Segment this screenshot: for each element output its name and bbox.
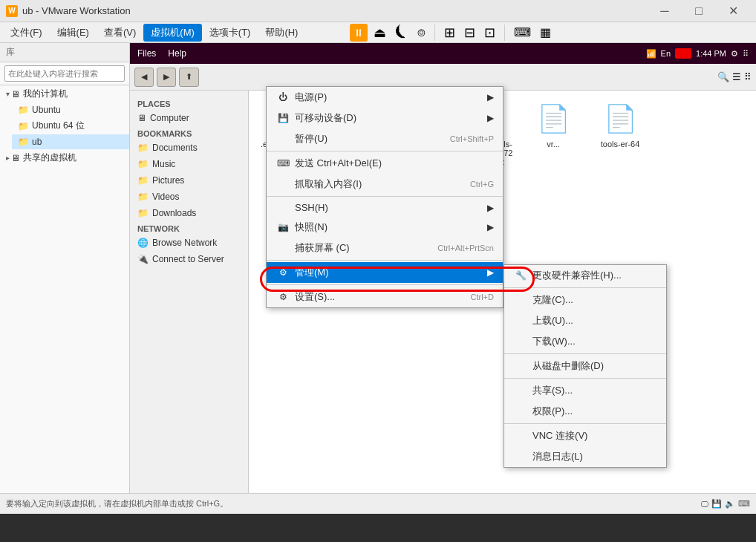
network-icon: 🌐 — [137, 238, 149, 248]
titlebar: W ub - VMware Workstation ─ □ ✕ — [0, 0, 756, 22]
menu-tab[interactable]: 选项卡(T) — [202, 24, 258, 42]
menu-icon[interactable]: ☰ — [732, 71, 741, 82]
submenu-upload[interactable]: 上载(U)... — [504, 310, 666, 331]
statusbar-right: 🖵 💾 🔈 ⌨ — [700, 499, 750, 509]
close-button[interactable]: ✕ — [716, 0, 750, 22]
arrow-icon: ▶ — [487, 267, 494, 278]
fm-file-5[interactable]: 📄 tools-er-64 — [590, 98, 650, 169]
shortcut-label: Ctrl+Alt+PrtScn — [437, 244, 494, 252]
keyboard-icon: ⌨ — [276, 158, 290, 169]
expand-icon: ▾ — [6, 90, 10, 98]
toolbar-icon-3[interactable]: ⌾ — [414, 23, 428, 42]
server-icon: 🔌 — [137, 254, 149, 264]
tree-item-my-computer[interactable]: ▾ 🖥 我的计算机 — [0, 85, 129, 102]
lang-indicator: En — [661, 49, 671, 58]
arrow-icon: ▶ — [487, 113, 494, 123]
tree-label: Ubuntu 64 位 — [32, 120, 85, 132]
submenu-share[interactable]: 共享(S)... — [504, 380, 666, 401]
submenu-clone[interactable]: 克隆(C)... — [504, 290, 666, 310]
menu-power[interactable]: ⏻ 电源(P) ▶ — [267, 87, 503, 108]
expand-icon: ▸ — [6, 154, 10, 162]
menu-capture-screen[interactable]: 捕获屏幕 (C) Ctrl+Alt+PrtScn — [267, 238, 503, 258]
computer-icon: 🖥 — [11, 153, 20, 163]
separator — [267, 196, 503, 197]
settings-icon[interactable]: ⚙ — [731, 49, 738, 59]
vm-search-input[interactable] — [4, 65, 125, 82]
maximize-button[interactable]: □ — [682, 0, 716, 22]
ubuntu-topbar-right: 📶 En 1:44 PM ⚙ ⠿ — [646, 48, 749, 59]
menu-vm[interactable]: 虚拟机(M) — [143, 24, 202, 42]
menu-help[interactable]: 帮助(H) — [258, 24, 305, 42]
tree-item-ubuntu[interactable]: 📁 Ubuntu — [12, 102, 129, 117]
fm-sidebar-connect-server[interactable]: 🔌 Connect to Server — [130, 251, 248, 267]
device-icon: 💾 — [276, 113, 290, 123]
search-icon: 🔍 — [717, 71, 729, 82]
tool-icon: 🔧 — [513, 270, 528, 281]
file-label: vr... — [547, 140, 560, 148]
menu-settings[interactable]: ⚙ 设置(S)... Ctrl+D — [267, 287, 503, 307]
ubuntu-help-menu[interactable]: Help — [168, 48, 186, 59]
folder-icon: 📁 — [137, 159, 149, 169]
menu-edit[interactable]: 编辑(E) — [50, 24, 97, 42]
toolbar-icon-8[interactable]: ▦ — [537, 24, 554, 41]
fm-sidebar-pictures[interactable]: 📁 Pictures — [130, 172, 248, 189]
apps-grid-icon[interactable]: ⠿ — [744, 71, 752, 82]
folder-icon: 📁 — [137, 192, 149, 202]
menu-ctrl-alt-del[interactable]: ⌨ 发送 Ctrl+Alt+Del(E) — [267, 153, 503, 174]
app-icon: W — [6, 5, 18, 17]
submenu-hardware-compat[interactable]: 🔧 更改硬件兼容性(H)... — [504, 265, 666, 286]
folder-icon: 📁 — [137, 175, 149, 186]
submenu-delete-disk[interactable]: 从磁盘中删除(D) — [504, 356, 666, 376]
shortcut-label: Ctrl+G — [470, 180, 494, 189]
main-layout: 库 ▾ 🖥 我的计算机 📁 Ubuntu 📁 Ubuntu 64 位 📁 ub … — [0, 43, 756, 493]
manage-icon: ⚙ — [276, 267, 290, 278]
fm-sidebar-music[interactable]: 📁 Music — [130, 156, 248, 172]
menu-grab-input[interactable]: 抓取输入内容(I) Ctrl+G — [267, 174, 503, 195]
tree-item-ubuntu64[interactable]: 📁 Ubuntu 64 位 — [12, 117, 129, 134]
submenu-log[interactable]: 消息日志(L) — [504, 446, 666, 467]
pause-button[interactable]: ⏸ — [350, 24, 368, 42]
vm-search-container — [0, 62, 129, 85]
menu-removable[interactable]: 💾 可移动设备(D) ▶ — [267, 108, 503, 128]
toolbar-icon-7[interactable]: ⌨ — [511, 24, 534, 41]
menu-ssh[interactable]: SSH(H) ▶ — [267, 198, 503, 217]
fm-file-4[interactable]: 📄 vr... — [524, 98, 583, 169]
tree-label: Ubuntu — [32, 105, 61, 115]
separator — [267, 151, 503, 151]
shortcut-label: Ctrl+D — [471, 293, 494, 301]
fm-up-btn[interactable]: ⬆ — [179, 68, 199, 87]
toolbar-icon-1[interactable]: ⏏ — [371, 23, 389, 42]
wifi-icon: 📶 — [646, 49, 656, 59]
bookmarks-label: Bookmarks — [130, 126, 248, 140]
submenu-download[interactable]: 下载(W)... — [504, 331, 666, 352]
fm-back-btn[interactable]: ◀ — [134, 68, 154, 87]
menu-snapshot[interactable]: 📷 快照(N) ▶ — [267, 217, 503, 238]
ubuntu-app-menu[interactable]: Files — [137, 48, 156, 59]
toolbar-icon-4[interactable]: ⊞ — [441, 23, 458, 42]
tree-item-shared[interactable]: ▸ 🖥 共享的虚拟机 — [0, 149, 129, 166]
toolbar-icon-6[interactable]: ⊡ — [481, 23, 498, 42]
minimize-button[interactable]: ─ — [648, 0, 682, 22]
vm-icon: 📁 — [18, 105, 29, 115]
menu-manage[interactable]: ⚙ 管理(M) ▶ — [267, 262, 503, 283]
fm-sidebar-computer[interactable]: 🖥 Computer — [130, 110, 248, 126]
fm-sidebar-documents[interactable]: 📁 Documents — [130, 140, 248, 156]
fm-sidebar-videos[interactable]: 📁 Videos — [130, 189, 248, 205]
tree-item-ub[interactable]: 📁 ub — [12, 134, 129, 149]
menu-pause[interactable]: 暂停(U) Ctrl+Shift+P — [267, 128, 503, 149]
file-label: tools-er-64 — [601, 140, 640, 148]
menu-view[interactable]: 查看(V) — [97, 24, 143, 42]
submenu-vnc[interactable]: VNC 连接(V) — [504, 425, 666, 446]
arrow-icon: ▶ — [487, 222, 494, 232]
submenu-permissions[interactable]: 权限(P)... — [504, 401, 666, 422]
window-controls: ─ □ ✕ — [648, 0, 750, 22]
apps-icon[interactable]: ⠿ — [743, 49, 749, 59]
toolbar-icon-2[interactable]: ⏾ — [392, 23, 411, 42]
fm-forward-btn[interactable]: ▶ — [157, 68, 176, 87]
fm-sidebar-browse-network[interactable]: 🌐 Browse Network — [130, 235, 248, 251]
file-icon: 📄 — [602, 101, 638, 137]
toolbar-icon-5[interactable]: ⊟ — [461, 23, 478, 42]
menu-file[interactable]: 文件(F) — [3, 24, 50, 42]
tree-label: 共享的虚拟机 — [23, 151, 76, 164]
fm-sidebar-downloads[interactable]: 📁 Downloads — [130, 205, 248, 221]
